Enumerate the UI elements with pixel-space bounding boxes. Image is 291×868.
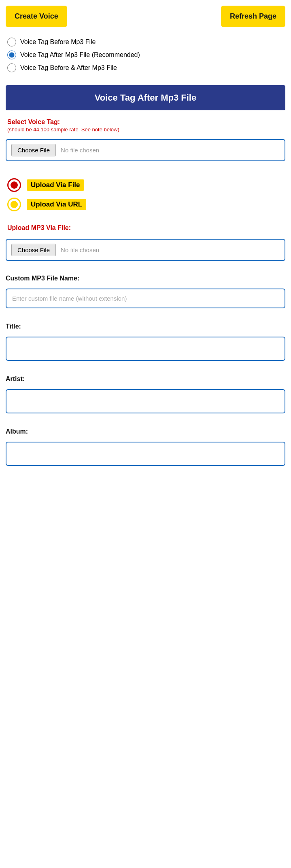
- voice-tag-choose-file-button[interactable]: Choose File: [11, 144, 56, 156]
- selected-tag-banner: Voice Tag After Mp3 File: [6, 85, 285, 110]
- custom-file-name-label: Custom MP3 File Name:: [6, 275, 285, 282]
- voice-tag-file-input-wrapper: Choose File No file chosen: [6, 139, 285, 161]
- create-voice-button[interactable]: Create Voice: [6, 6, 67, 27]
- upload-via-url-label: Upload Via URL: [27, 199, 86, 210]
- artist-section: Artist:: [0, 371, 291, 417]
- radio-before[interactable]: [7, 38, 16, 46]
- title-label: Title:: [6, 323, 285, 330]
- radio-item-before[interactable]: Voice Tag Before Mp3 File: [7, 38, 284, 46]
- artist-input[interactable]: [6, 389, 285, 413]
- upload-via-file-label: Upload Via File: [27, 179, 84, 191]
- custom-file-name-section: Custom MP3 File Name:: [0, 271, 291, 312]
- upload-via-file-radio[interactable]: [7, 178, 21, 192]
- upload-via-file-item[interactable]: Upload Via File: [7, 178, 284, 192]
- radio-after[interactable]: [7, 51, 16, 59]
- radio-label-before: Voice Tag Before Mp3 File: [20, 38, 96, 46]
- title-section: Title:: [0, 319, 291, 365]
- upload-via-url-item[interactable]: Upload Via URL: [7, 198, 284, 211]
- mp3-choose-file-button[interactable]: Choose File: [11, 244, 56, 256]
- radio-item-after[interactable]: Voice Tag After Mp3 File (Recommended): [7, 51, 284, 59]
- radio-label-both: Voice Tag Before & After Mp3 File: [20, 64, 117, 72]
- radio-label-after: Voice Tag After Mp3 File (Recommended): [20, 51, 140, 59]
- album-input[interactable]: [6, 442, 285, 466]
- mp3-no-file-text: No file chosen: [61, 246, 99, 253]
- upload-options: Upload Via File Upload Via URL: [0, 171, 291, 220]
- voice-tag-options: Voice Tag Before Mp3 File Voice Tag Afte…: [0, 33, 291, 81]
- title-input[interactable]: [6, 337, 285, 361]
- upload-mp3-label: Upload MP3 Via File:: [0, 220, 291, 232]
- voice-tag-no-file-text: No file chosen: [61, 147, 99, 154]
- mp3-file-input-wrapper: Choose File No file chosen: [6, 239, 285, 261]
- upload-via-url-radio[interactable]: [7, 198, 21, 211]
- custom-file-name-input[interactable]: [6, 289, 285, 308]
- radio-both[interactable]: [7, 63, 16, 72]
- top-bar: Create Voice Refresh Page: [0, 0, 291, 33]
- album-section: Album:: [0, 424, 291, 470]
- select-voice-tag-label: Select Voice Tag:: [0, 114, 291, 126]
- artist-label: Artist:: [6, 375, 285, 383]
- album-label: Album:: [6, 428, 285, 435]
- refresh-page-button[interactable]: Refresh Page: [221, 6, 285, 27]
- select-voice-tag-sublabel: (should be 44,100 sample rate. See note …: [0, 126, 291, 136]
- radio-item-both[interactable]: Voice Tag Before & After Mp3 File: [7, 63, 284, 72]
